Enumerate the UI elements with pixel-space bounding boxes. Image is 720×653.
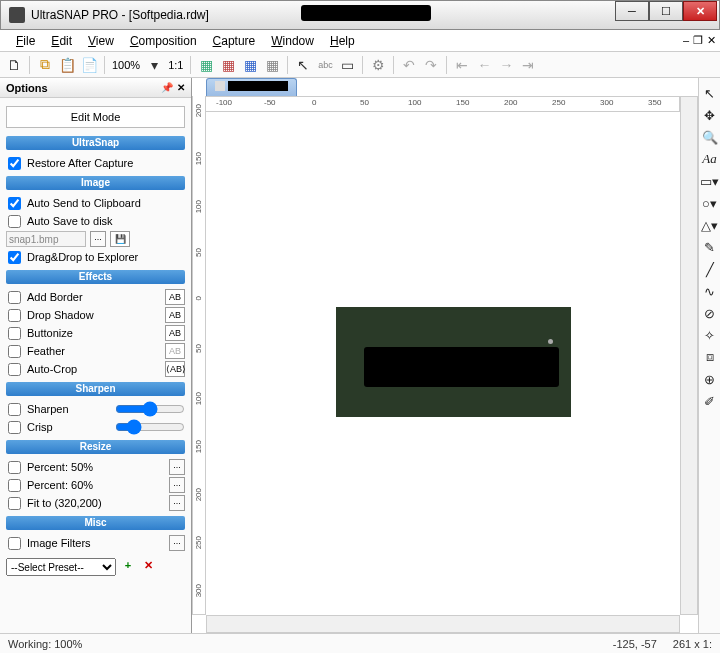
filename-field[interactable] (6, 231, 86, 247)
restore-after-capture-check[interactable] (8, 157, 21, 170)
panel-pin-icon[interactable]: 📌 (161, 82, 173, 93)
menu-view[interactable]: View (80, 32, 122, 50)
preset-select[interactable]: --Select Preset-- (6, 558, 116, 576)
mdi-close[interactable]: ✕ (707, 34, 716, 47)
zoom-dropdown-icon[interactable]: ▾ (144, 55, 164, 75)
lasso-tool-icon[interactable]: ⊘ (701, 304, 719, 322)
edit-mode-button[interactable]: Edit Mode (6, 106, 185, 128)
nav-next-icon[interactable]: → (496, 55, 516, 75)
panel-close-icon[interactable]: ✕ (177, 82, 185, 93)
menu-window[interactable]: Window (263, 32, 322, 50)
browse-button[interactable]: ... (90, 231, 106, 247)
crisp-check[interactable] (8, 421, 21, 434)
canvas[interactable] (206, 112, 680, 615)
auto-crop-check[interactable] (8, 363, 21, 376)
app-icon (9, 7, 25, 23)
nav-first-icon[interactable]: ⇤ (452, 55, 472, 75)
feather-check[interactable] (8, 345, 21, 358)
percent1-check[interactable] (8, 461, 21, 474)
polygon-tool-icon[interactable]: △▾ (701, 216, 719, 234)
undo-icon[interactable]: ↶ (399, 55, 419, 75)
percent2-label: Percent: 60% (27, 479, 165, 491)
group-ultrasnap-header: UltraSnap (6, 136, 185, 150)
capture-icon[interactable]: ⧉ (35, 55, 55, 75)
fit-check[interactable] (8, 497, 21, 510)
maximize-button[interactable] (649, 1, 683, 21)
fit-more[interactable]: ... (169, 495, 185, 511)
redo-icon[interactable]: ↷ (421, 55, 441, 75)
menu-composition[interactable]: Composition (122, 32, 205, 50)
menu-file[interactable]: File (8, 32, 43, 50)
sharpen-check[interactable] (8, 403, 21, 416)
crisp-slider[interactable] (115, 420, 185, 434)
percent2-check[interactable] (8, 479, 21, 492)
curve-tool-icon[interactable]: ∿ (701, 282, 719, 300)
arrow-tool-icon[interactable]: ↖ (701, 84, 719, 102)
eyedropper-tool-icon[interactable]: ✐ (701, 392, 719, 410)
panel-header: Options 📌 ✕ (0, 78, 191, 98)
ellipse-tool-icon[interactable]: ○▾ (701, 194, 719, 212)
rect-tool-icon[interactable]: ▭▾ (701, 172, 719, 190)
layer2-icon[interactable]: ▦ (218, 55, 238, 75)
nav-last-icon[interactable]: ⇥ (518, 55, 538, 75)
horizontal-scrollbar[interactable] (206, 615, 680, 633)
layer3-icon[interactable]: ▦ (240, 55, 260, 75)
layer4-icon[interactable]: ▦ (262, 55, 282, 75)
percent2-more[interactable]: ... (169, 477, 185, 493)
copy-icon[interactable]: 📋 (57, 55, 77, 75)
auto-send-check[interactable] (8, 197, 21, 210)
close-button[interactable] (683, 1, 717, 21)
auto-save-label: Auto Save to disk (27, 215, 185, 227)
move-tool-icon[interactable]: ✥ (701, 106, 719, 124)
vertical-ruler: 20015010050050100150200250300 (192, 96, 206, 615)
sharpen-slider[interactable] (115, 402, 185, 416)
mdi-restore[interactable]: ❐ (693, 34, 703, 47)
paste-icon[interactable]: 📄 (79, 55, 99, 75)
crisp-label: Crisp (27, 421, 111, 433)
menu-edit[interactable]: Edit (43, 32, 80, 50)
nav-prev-icon[interactable]: ← (474, 55, 494, 75)
gear-icon[interactable]: ⚙ (368, 55, 388, 75)
drop-shadow-check[interactable] (8, 309, 21, 322)
pointer-icon[interactable]: ↖ (293, 55, 313, 75)
text-abc-icon[interactable]: abc (315, 55, 335, 75)
vertical-scrollbar[interactable] (680, 96, 698, 615)
preset-delete-icon[interactable]: ✕ (140, 559, 156, 575)
options-panel: Options 📌 ✕ Edit Mode UltraSnap Restore … (0, 78, 192, 633)
image-filters-check[interactable] (8, 537, 21, 550)
custom-tool-icon[interactable]: ✧ (701, 326, 719, 344)
fit-label: Fit to (320,200) (27, 497, 165, 509)
auto-save-check[interactable] (8, 215, 21, 228)
mdi-minimize[interactable]: – (683, 34, 689, 47)
drop-shadow-settings[interactable]: AB (165, 307, 185, 323)
menu-capture[interactable]: Capture (205, 32, 264, 50)
pen-tool-icon[interactable]: ✎ (701, 238, 719, 256)
image-filters-more[interactable]: ... (169, 535, 185, 551)
add-border-check[interactable] (8, 291, 21, 304)
preset-add-icon[interactable]: + (120, 559, 136, 575)
auto-crop-label: Auto-Crop (27, 363, 161, 375)
crop-tool-icon[interactable]: ⧈ (701, 348, 719, 366)
add-border-settings[interactable]: AB (165, 289, 185, 305)
group-effects-header: Effects (6, 270, 185, 284)
marquee-icon[interactable]: ▭ (337, 55, 357, 75)
document-tab[interactable] (206, 78, 297, 96)
menu-help[interactable]: Help (322, 32, 363, 50)
auto-crop-settings[interactable]: ⟨AB⟩ (165, 361, 185, 377)
image-object[interactable] (336, 307, 571, 417)
buttonize-check[interactable] (8, 327, 21, 340)
stamp-tool-icon[interactable]: ⊕ (701, 370, 719, 388)
minimize-button[interactable] (615, 1, 649, 21)
text-tool-icon[interactable]: Aa (701, 150, 719, 168)
buttonize-settings[interactable]: AB (165, 325, 185, 341)
layer1-icon[interactable]: ▦ (196, 55, 216, 75)
save-icon[interactable]: 💾 (110, 231, 130, 247)
dragdrop-check[interactable] (8, 251, 21, 264)
zoom-tool-icon[interactable]: 🔍 (701, 128, 719, 146)
zoom-combo[interactable]: 100% (110, 59, 142, 71)
new-icon[interactable]: 🗋 (4, 55, 24, 75)
zoom-1to1[interactable]: 1:1 (166, 59, 185, 71)
percent1-more[interactable]: ... (169, 459, 185, 475)
feather-settings[interactable]: AB (165, 343, 185, 359)
line-tool-icon[interactable]: ╱ (701, 260, 719, 278)
